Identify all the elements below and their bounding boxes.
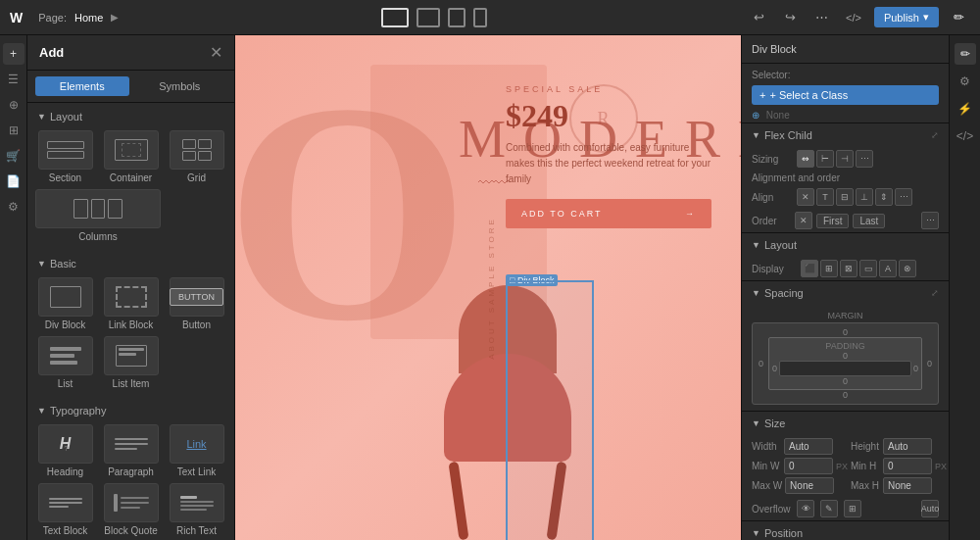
layout-section-header[interactable]: ▼ Layout — [27, 103, 234, 126]
tablet-landscape-icon[interactable] — [416, 8, 440, 27]
width-input[interactable]: Auto — [784, 438, 833, 455]
element-listitem[interactable]: List Item — [101, 336, 161, 389]
pencil-icon[interactable]: ✏ — [949, 7, 970, 28]
overflow-grid-icon[interactable]: ⊞ — [844, 500, 861, 517]
redo-icon[interactable]: ↪ — [780, 7, 802, 28]
sizing-icon-1[interactable]: ⇔ — [797, 150, 814, 168]
overflow-auto-btn[interactable]: Auto — [921, 500, 939, 517]
sizing-icon-4[interactable]: ⋯ — [856, 150, 873, 168]
element-textlink[interactable]: Link Text Link — [167, 424, 226, 477]
element-richtext[interactable]: Rich Text — [167, 483, 226, 536]
mobile-icon[interactable] — [473, 8, 487, 27]
div-block-outline[interactable] — [506, 280, 594, 540]
typography-section-header[interactable]: ▼ Typography — [27, 397, 234, 420]
display-grid-icon[interactable]: ⊠ — [840, 260, 858, 277]
home-arrow-icon[interactable]: ▶ — [111, 12, 119, 23]
align-mid-icon[interactable]: ⊟ — [836, 188, 854, 206]
margin-bottom-value[interactable]: 0 — [757, 390, 934, 400]
display-text-icon[interactable]: A — [879, 260, 897, 277]
max-h-input[interactable]: None — [883, 477, 932, 494]
settings-tab-icon[interactable]: ⚙ — [955, 71, 976, 92]
add-icon[interactable]: + — [3, 43, 24, 65]
padding-right-value[interactable]: 0 — [913, 364, 918, 373]
tablet-portrait-icon[interactable] — [448, 8, 466, 27]
layout-section-header[interactable]: ▼ Layout — [742, 233, 949, 257]
element-heading[interactable]: H ? Heading — [35, 424, 95, 477]
margin-right-value[interactable]: 0 — [925, 359, 934, 368]
tab-elements[interactable]: Elements — [35, 76, 129, 96]
width-label: Width — [752, 441, 781, 452]
linkblock-icon — [104, 277, 159, 317]
textlink-icon: Link — [170, 424, 224, 464]
element-columns[interactable]: Columns — [35, 189, 161, 242]
element-container[interactable]: Container — [101, 130, 161, 183]
settings-icon[interactable]: ⚙ — [3, 196, 24, 218]
overflow-edit-icon[interactable]: ✎ — [820, 500, 838, 517]
size-section-header[interactable]: ▼ Size — [742, 412, 949, 435]
padding-top-value[interactable]: 0 — [772, 351, 918, 361]
element-section[interactable]: Section — [35, 130, 95, 183]
tab-symbols[interactable]: Symbols — [133, 76, 227, 96]
add-to-cart-button[interactable]: ADD TO CART → — [506, 199, 711, 228]
order-more-icon[interactable]: ⋯ — [921, 212, 939, 229]
align-bot-icon[interactable]: ⊥ — [856, 188, 873, 206]
code-icon[interactable]: </> — [843, 7, 864, 28]
alignment-order-label: Alignment and order — [752, 172, 840, 183]
undo-icon[interactable]: ↩ — [749, 7, 770, 28]
min-w-input[interactable]: 0 — [784, 458, 833, 474]
height-input[interactable]: Auto — [883, 438, 932, 455]
align-x-btn[interactable]: ✕ — [797, 188, 814, 206]
align-more-icon[interactable]: ⋯ — [895, 188, 912, 206]
element-divblock[interactable]: Div Block — [35, 277, 95, 330]
position-section-header[interactable]: ▼ Position — [742, 521, 949, 540]
element-paragraph[interactable]: Paragraph — [101, 424, 161, 477]
element-linkblock[interactable]: Link Block — [101, 277, 161, 330]
search-icon[interactable]: ⊕ — [3, 94, 24, 116]
element-blockquote[interactable]: Block Quote — [101, 483, 161, 536]
ecommerce-icon[interactable]: 🛒 — [3, 145, 24, 167]
canvas-area[interactable]: O MODERN 〰〰 R SPECIAL SALE $249 Combined… — [235, 35, 741, 540]
order-last-btn[interactable]: Last — [853, 214, 885, 228]
desktop-icon[interactable] — [381, 8, 409, 27]
element-list[interactable]: List — [35, 336, 95, 389]
overflow-eye-icon[interactable]: 👁 — [797, 500, 814, 517]
display-flex-icon[interactable]: ⊞ — [820, 260, 838, 277]
order-x-btn[interactable]: ✕ — [795, 212, 812, 229]
custom-code-tab-icon[interactable]: </> — [955, 125, 976, 147]
spacing-section-header[interactable]: ▼ Spacing ⤢ — [742, 281, 949, 305]
element-button[interactable]: BUTTON Button — [167, 277, 226, 330]
order-first-btn[interactable]: First — [816, 214, 849, 228]
display-inline-icon[interactable]: ▭ — [859, 260, 877, 277]
publish-button[interactable]: Publish ▾ — [874, 7, 939, 27]
flex-child-expand-icon[interactable]: ⤢ — [931, 130, 939, 140]
basic-section-header[interactable]: ▼ Basic — [27, 250, 234, 273]
flex-child-header[interactable]: ▼ Flex Child ⤢ — [742, 123, 949, 147]
display-none-icon[interactable]: ⊗ — [899, 260, 916, 277]
select-class-button[interactable]: + + Select a Class — [752, 85, 939, 105]
cms-icon[interactable]: ⊞ — [3, 120, 24, 141]
align-top-icon[interactable]: T — [816, 188, 834, 206]
element-grid[interactable]: Grid — [167, 130, 226, 183]
interactions-tab-icon[interactable]: ⚡ — [955, 98, 976, 120]
display-block-icon[interactable]: ⬛ — [801, 260, 818, 277]
display-row: Display ⬛ ⊞ ⊠ ▭ A ⊗ — [742, 257, 949, 280]
panel-close-button[interactable]: ✕ — [210, 43, 222, 62]
sizing-icon-3[interactable]: ⊣ — [836, 150, 854, 168]
more-icon[interactable]: ⋯ — [811, 7, 833, 28]
max-w-input[interactable]: None — [785, 477, 834, 494]
pages-icon[interactable]: 📄 — [3, 171, 24, 192]
sizing-icon-2[interactable]: ⊢ — [816, 150, 834, 168]
panel-header: Add ✕ — [27, 35, 234, 71]
min-h-input[interactable]: 0 — [883, 458, 932, 474]
styles-tab-icon[interactable]: ✏ — [955, 43, 976, 65]
navigator-icon[interactable]: ☰ — [3, 69, 24, 90]
margin-left-value[interactable]: 0 — [757, 359, 765, 368]
linkblock-label: Link Block — [109, 319, 154, 330]
padding-bottom-value[interactable]: 0 — [772, 376, 918, 386]
overflow-auto-label: Auto — [921, 504, 940, 514]
align-str-icon[interactable]: ⇕ — [875, 188, 893, 206]
element-textblock[interactable]: Text Block — [35, 483, 95, 536]
margin-top-value[interactable]: 0 — [757, 327, 934, 337]
spacing-expand-icon[interactable]: ⤢ — [931, 288, 939, 298]
padding-left-value[interactable]: 0 — [772, 364, 777, 373]
